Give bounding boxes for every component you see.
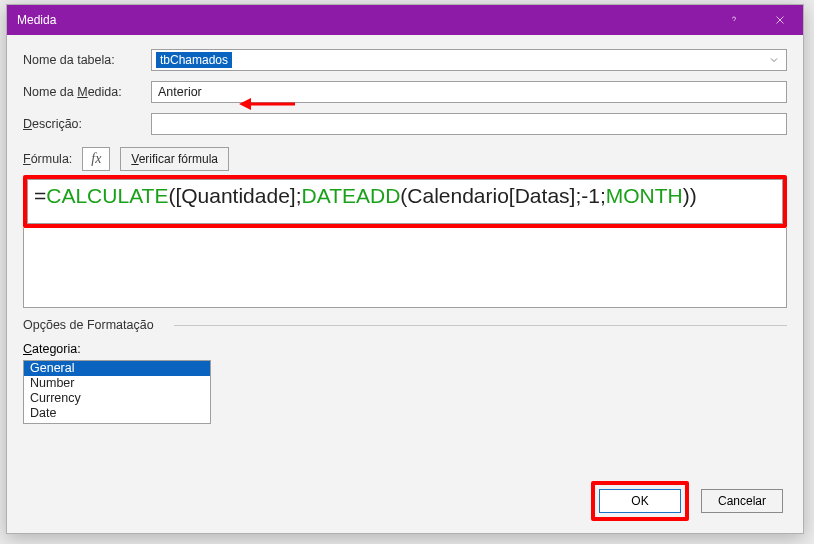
fx-button[interactable]: fx — [82, 147, 110, 171]
cancel-button[interactable]: Cancelar — [701, 489, 783, 513]
category-list[interactable]: GeneralNumberCurrencyDate — [23, 360, 211, 424]
formatting-section-label: Opções de Formatação — [23, 318, 154, 332]
dialog-footer: OK Cancelar — [591, 481, 783, 521]
dialog-body: Nome da tabela: tbChamados Nome da Medid… — [7, 35, 803, 432]
close-button[interactable] — [757, 5, 803, 35]
ok-button[interactable]: OK — [599, 489, 681, 513]
divider — [174, 325, 787, 326]
category-item[interactable]: General — [24, 361, 210, 376]
formula-highlight: =CALCULATE([Quantidade];DATEADD(Calendar… — [23, 175, 787, 228]
row-formula-header: Fórmula: fx Verificar fórmula — [23, 147, 787, 171]
table-name-value: tbChamados — [156, 52, 232, 68]
row-measure-name: Nome da Medida: — [23, 81, 787, 103]
label-description: Descrição: — [23, 117, 151, 131]
row-description: Descrição: — [23, 113, 787, 135]
dialog-title: Medida — [17, 13, 711, 27]
label-category: Categoria: — [23, 342, 787, 356]
verify-formula-button[interactable]: Verificar fórmula — [120, 147, 229, 171]
label-table-name: Nome da tabela: — [23, 53, 151, 67]
label-measure-name: Nome da Medida: — [23, 85, 151, 99]
row-table-name: Nome da tabela: tbChamados — [23, 49, 787, 71]
titlebar: Medida — [7, 5, 803, 35]
description-input[interactable] — [151, 113, 787, 135]
measure-name-input[interactable] — [151, 81, 787, 103]
ok-highlight: OK — [591, 481, 689, 521]
formatting-section-header: Opções de Formatação — [23, 318, 787, 332]
help-button[interactable] — [711, 5, 757, 35]
category-item[interactable]: Number — [24, 376, 210, 391]
label-formula: Fórmula: — [23, 152, 72, 166]
chevron-down-icon — [768, 54, 780, 69]
table-name-combo[interactable]: tbChamados — [151, 49, 787, 71]
formula-editor[interactable]: =CALCULATE([Quantidade];DATEADD(Calendar… — [27, 179, 783, 224]
measure-dialog: Medida Nome da tabela: tbChamados Nome d… — [6, 4, 804, 534]
category-item[interactable]: Date — [24, 406, 210, 421]
formula-editor-lower[interactable] — [23, 228, 787, 308]
category-item[interactable]: Currency — [24, 391, 210, 406]
